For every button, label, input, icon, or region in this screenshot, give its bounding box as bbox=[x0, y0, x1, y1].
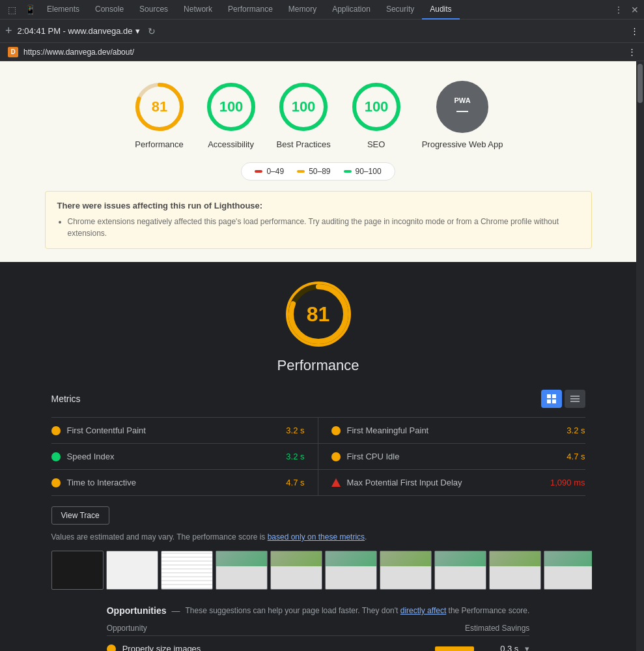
tab-memory[interactable]: Memory bbox=[281, 0, 324, 20]
opportunities-title: Opportunities bbox=[107, 605, 167, 616]
opportunities-columns: Opportunity Estimated Savings bbox=[107, 618, 530, 636]
close-devtools-button[interactable]: ✕ bbox=[631, 5, 639, 15]
legend-range-green: 90–100 bbox=[356, 167, 382, 176]
tti-indicator bbox=[51, 478, 61, 487]
fcp-label: First Contentful Paint bbox=[67, 426, 280, 435]
scrollbar-thumb[interactable] bbox=[637, 64, 643, 103]
si-value: 3.2 s bbox=[286, 452, 304, 461]
tab-console[interactable]: Console bbox=[87, 0, 132, 20]
fcp-value: 3.2 s bbox=[286, 426, 304, 435]
metrics-header: Metrics bbox=[51, 390, 585, 408]
toggle-grid-button[interactable] bbox=[541, 390, 562, 408]
dropdown-icon: ▾ bbox=[135, 26, 140, 36]
svg-text:100: 100 bbox=[292, 98, 316, 115]
fmp-label: First Meaningful Paint bbox=[347, 426, 561, 435]
filmstrip-frame-9 bbox=[544, 551, 592, 590]
score-item-performance: 81 Performance bbox=[133, 81, 186, 149]
svg-rect-20 bbox=[570, 401, 580, 402]
grid-icon bbox=[546, 394, 557, 404]
metrics-label: Metrics bbox=[51, 394, 81, 404]
svg-rect-18 bbox=[570, 396, 580, 397]
filmstrip-frame-2 bbox=[161, 551, 213, 590]
legend-bar: 0–49 50–89 90–100 bbox=[241, 162, 395, 181]
legend-range-red: 0–49 bbox=[266, 167, 284, 176]
svg-rect-17 bbox=[552, 399, 556, 403]
big-performance-score: 81 bbox=[286, 282, 351, 347]
score-item-seo: 100 SEO bbox=[350, 81, 402, 149]
tab-security[interactable]: Security bbox=[378, 0, 422, 20]
directly-affect-link[interactable]: directly affect bbox=[400, 606, 446, 615]
opportunities-dash: — bbox=[171, 606, 180, 616]
legend-dot-red bbox=[255, 170, 262, 173]
performance-section: 81 Performance Metrics bbox=[0, 262, 636, 651]
filmstrip-frame-6 bbox=[380, 551, 432, 590]
mpfid-label: Max Potential First Input Delay bbox=[347, 478, 544, 487]
warning-box: There were issues affecting this run of … bbox=[45, 191, 592, 249]
scrollbar-track[interactable] bbox=[636, 61, 644, 651]
filmstrip-frame-3 bbox=[216, 551, 268, 590]
devtools-tabs: Elements Console Sources Network Perform… bbox=[39, 0, 460, 20]
new-tab-button[interactable]: + bbox=[5, 24, 12, 38]
main-content: 81 Performance 100 Accessibility bbox=[0, 61, 636, 651]
pwa-text: PWA bbox=[455, 96, 471, 104]
metric-row-tti: Time to Interactive 4.7 s bbox=[51, 470, 318, 496]
view-toggle bbox=[541, 390, 585, 408]
metrics-section: Metrics bbox=[45, 390, 592, 551]
address-row: + 2:04:41 PM - www.danvega.de ▾ ↻ ⋮ bbox=[0, 20, 644, 43]
device-icon[interactable]: 📱 bbox=[23, 3, 36, 16]
tti-label: Time to Interactive bbox=[67, 478, 280, 487]
scores-section: 81 Performance 100 Accessibility bbox=[0, 61, 636, 262]
url-more-button[interactable]: ⋮ bbox=[628, 47, 636, 57]
timestamp-dropdown[interactable]: 2:04:41 PM - www.danvega.de ▾ bbox=[18, 26, 140, 36]
metrics-link[interactable]: based only on these metrics bbox=[268, 532, 365, 542]
warning-title: There were issues affecting this run of … bbox=[57, 201, 580, 210]
si-label: Speed Index bbox=[67, 452, 280, 461]
score-item-best-practices: 100 Best Practices bbox=[277, 81, 331, 149]
mpfid-indicator bbox=[331, 478, 341, 487]
tab-performance[interactable]: Performance bbox=[220, 0, 281, 20]
opportunity-name: Properly size images bbox=[122, 644, 429, 651]
svg-text:100: 100 bbox=[219, 98, 243, 115]
page-url: https://www.danvega.dev/about/ bbox=[23, 48, 134, 57]
refresh-icon[interactable]: ↻ bbox=[145, 25, 158, 38]
big-score-value: 81 bbox=[307, 302, 330, 326]
inspect-icon[interactable]: ⬚ bbox=[5, 3, 18, 16]
favicon: D bbox=[8, 47, 18, 57]
accessibility-score-circle: 100 bbox=[205, 81, 257, 133]
view-trace-button[interactable]: View Trace bbox=[51, 506, 109, 525]
more-options-button[interactable]: ⋮ bbox=[614, 5, 623, 15]
url-row: D https://www.danvega.dev/about/ ⋮ bbox=[0, 43, 644, 61]
legend-item-green: 90–100 bbox=[344, 167, 382, 176]
tab-elements[interactable]: Elements bbox=[39, 0, 87, 20]
opportunity-savings: 0.3 s bbox=[486, 644, 518, 651]
svg-rect-15 bbox=[552, 394, 556, 398]
pwa-score-circle: PWA — bbox=[436, 81, 488, 133]
window-controls: ⋮ ✕ bbox=[614, 5, 639, 15]
toggle-list-button[interactable] bbox=[565, 390, 585, 408]
score-circles: 81 Performance 100 Accessibility bbox=[133, 81, 503, 149]
accessibility-label: Accessibility bbox=[208, 139, 254, 149]
metric-row-fci: First CPU Idle 4.7 s bbox=[318, 444, 585, 470]
filmstrip bbox=[45, 551, 592, 590]
seo-score-circle: 100 bbox=[350, 81, 402, 133]
warning-text: Chrome extensions negatively affected th… bbox=[57, 216, 580, 239]
fmp-value: 3.2 s bbox=[567, 426, 585, 435]
tab-network[interactable]: Network bbox=[176, 0, 220, 20]
opportunities-description: These suggestions can help your page loa… bbox=[185, 606, 529, 615]
tab-application[interactable]: Application bbox=[324, 0, 378, 20]
expand-icon[interactable]: ▾ bbox=[525, 644, 529, 651]
metric-row-fcp: First Contentful Paint 3.2 s bbox=[51, 418, 318, 444]
tti-value: 4.7 s bbox=[286, 478, 304, 487]
metric-row-fmp: First Meaningful Paint 3.2 s bbox=[318, 418, 585, 444]
tab-sources[interactable]: Sources bbox=[132, 0, 176, 20]
si-indicator bbox=[51, 452, 61, 461]
score-item-pwa: PWA — Progressive Web App bbox=[422, 81, 503, 149]
filmstrip-frame-1 bbox=[106, 551, 158, 590]
tab-audits[interactable]: Audits bbox=[422, 0, 459, 20]
more-button[interactable]: ⋮ bbox=[630, 26, 639, 36]
svg-rect-16 bbox=[547, 399, 551, 403]
fcp-indicator bbox=[51, 426, 61, 435]
score-item-accessibility: 100 Accessibility bbox=[205, 81, 257, 149]
best-practices-label: Best Practices bbox=[277, 139, 331, 149]
opportunity-indicator bbox=[107, 644, 116, 652]
